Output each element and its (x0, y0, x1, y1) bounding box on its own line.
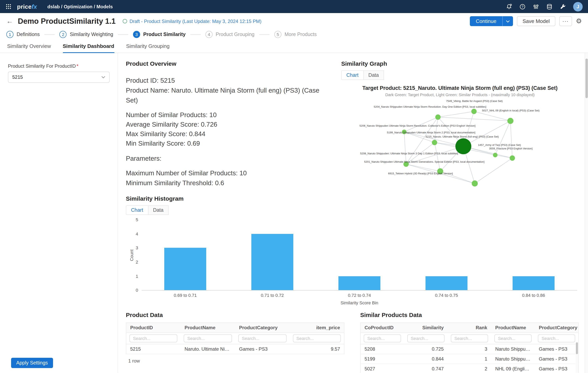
column-search-input[interactable] (184, 334, 232, 342)
productid-select-value: 5215 (12, 74, 23, 80)
graph-node-label: 5027_NHL 09 (English in local) (PS3) (Ca… (482, 109, 539, 112)
cell: 5027 (360, 364, 404, 373)
column-search-input[interactable] (129, 334, 178, 342)
page-title: Demo ProductSimilarity 1.1 (18, 17, 116, 26)
cell: 1 (448, 354, 491, 364)
table-row[interactable]: 50270.7472NHL 09 (English in loc...Games… (360, 364, 578, 373)
histogram-bar (251, 234, 293, 290)
step-connector (44, 34, 55, 35)
column-header[interactable]: ProductName (491, 323, 535, 333)
histogram-tab-data[interactable]: Data (148, 205, 169, 215)
column-header[interactable]: Similarity (404, 323, 448, 333)
graph-node[interactable] (510, 155, 515, 161)
column-search-input[interactable] (238, 334, 287, 342)
breadcrumb[interactable]: dslab / Optimization / Models (47, 4, 113, 9)
settings-gear-icon[interactable]: ⚙ (576, 18, 582, 25)
cell: 0.747 (404, 364, 448, 373)
column-header[interactable]: Rank (448, 323, 491, 333)
cell: 5215 (126, 344, 181, 354)
apply-settings-button[interactable]: Apply Settings (11, 358, 53, 368)
y-tick-label: 0 (136, 288, 138, 292)
step-number: 2 (60, 31, 67, 38)
graph-node[interactable] (507, 118, 514, 124)
graph-node-label: 1457_Army of Two (PS3) (Case Set) (478, 144, 521, 147)
graph-node-label: 3559_Fracture [PS3 English Version] (489, 147, 533, 150)
graph-edge (404, 132, 406, 164)
column-search-input[interactable] (451, 334, 488, 342)
notifications-bell-icon[interactable] (506, 3, 512, 10)
graph-node-label: 6915_Tekken Hybrid (3D Ready) [PS3 Engli… (388, 172, 453, 175)
database-icon[interactable] (546, 3, 553, 10)
table-row[interactable]: 51990.8441Naruto Shippuden Ult...Games -… (360, 354, 578, 364)
graph-node-label: 5201_Naruto Shippuden Ultimate Ninja Sto… (364, 160, 484, 163)
productid-select[interactable]: 5215 (8, 72, 110, 83)
graph-node[interactable] (472, 109, 477, 114)
chevron-down-icon (101, 76, 105, 78)
column-search-input[interactable] (293, 334, 341, 342)
user-avatar[interactable]: J (573, 2, 583, 11)
table-row[interactable]: 52080.7253Naruto Shippuden: Ul...Games -… (360, 344, 578, 354)
sliders-icon[interactable] (533, 3, 539, 10)
page-scrollbar[interactable] (585, 53, 588, 373)
histogram-tab-chart[interactable]: Chart (126, 205, 148, 215)
table-row[interactable]: 5215Naruto. Ultimate Ninja Stor...Games … (126, 344, 344, 354)
main-area: Product Overview Product ID: 5215 Produc… (118, 53, 588, 373)
apps-grid-icon[interactable] (6, 4, 11, 10)
cell: Games - PS3 (235, 344, 290, 354)
column-search-input[interactable] (538, 334, 575, 342)
similar-products-heading: Similar Products Data (360, 311, 579, 318)
graph-edge (406, 164, 440, 171)
graph-node-label: 5208_Naruto Shippuden: Ultimate Ninja St… (360, 152, 458, 155)
graph-node[interactable] (472, 180, 478, 186)
min-score-line: Min Similarity Score: 0.69 (126, 138, 332, 148)
step-number: 3 (133, 31, 140, 38)
wrench-icon[interactable] (560, 3, 566, 10)
step-more-products[interactable]: 5 More Products (274, 31, 317, 38)
similar-products-table: CoProductIDSimilarityRankProductNameProd… (360, 322, 579, 373)
step-definitions[interactable]: 1 Definitions (6, 31, 40, 38)
tab-similarity-grouping[interactable]: Similarity Grouping (126, 40, 170, 53)
column-header[interactable]: ProductName (181, 323, 235, 333)
graph-node[interactable] (435, 114, 441, 120)
cell: Naruto Shippuden: Ul... (491, 344, 535, 354)
graph-node-label: 5204_Naruto Shippuden Ultimate Ninja Sto… (374, 105, 486, 108)
table-scrollbar[interactable] (576, 342, 578, 373)
more-actions-button[interactable]: ··· (559, 16, 572, 26)
tab-similarity-dashboard[interactable]: Similarity Dashboard (63, 40, 114, 53)
cell: Games - PS3 (535, 354, 579, 364)
step-product-similarity[interactable]: 3 Product Similarity (133, 31, 186, 38)
step-label: Product Similarity (143, 32, 186, 37)
save-model-button[interactable]: Save Model (517, 16, 555, 26)
histogram-category-label: 0.74 to 0.75 (403, 293, 490, 298)
column-search-input[interactable] (364, 334, 401, 342)
column-header[interactable]: ProductCategory (535, 323, 579, 333)
pricefx-logo[interactable]: pricefx (17, 3, 37, 10)
continue-button[interactable]: Continue (470, 16, 502, 26)
column-header[interactable]: ProductCategory (235, 323, 290, 333)
wizard-stepper: 1 Definitions 2 Similarity Weighting 3 P… (0, 29, 588, 40)
help-icon[interactable]: ? (519, 3, 526, 10)
column-header[interactable]: item_price (290, 323, 344, 333)
column-search-input[interactable] (407, 334, 444, 342)
step-product-grouping[interactable]: 4 Product Grouping (205, 31, 254, 38)
histogram-bar (426, 276, 467, 290)
similar-products-section: Similar Products Data CoProductIDSimilar… (360, 311, 579, 373)
column-header[interactable]: CoProductID (360, 323, 404, 333)
column-header[interactable]: ProductID (126, 323, 181, 333)
continue-split-button: Continue (470, 16, 513, 26)
table-scrollbar-thumb[interactable] (576, 342, 578, 354)
continue-dropdown-button[interactable] (502, 16, 513, 26)
graph-tab-data[interactable]: Data (363, 71, 384, 80)
graph-node[interactable] (493, 153, 498, 157)
step-similarity-weighting[interactable]: 2 Similarity Weighting (60, 31, 113, 38)
graph-tab-chart[interactable]: Chart (341, 71, 364, 80)
row-count-footer: 1 row (126, 358, 344, 364)
page-scrollbar-thumb[interactable] (585, 59, 588, 98)
histogram-category-label: 0.72 to 0.74 (316, 293, 403, 298)
similarity-graph-heading: Similarity Graph (341, 60, 579, 67)
column-search-input[interactable] (494, 334, 532, 342)
graph-node[interactable] (432, 140, 437, 145)
header-row: CoProductIDSimilarityRankProductNameProd… (360, 323, 578, 333)
tab-similarity-overview[interactable]: Similarity Overview (7, 40, 51, 53)
back-arrow-icon[interactable]: ← (6, 18, 13, 25)
